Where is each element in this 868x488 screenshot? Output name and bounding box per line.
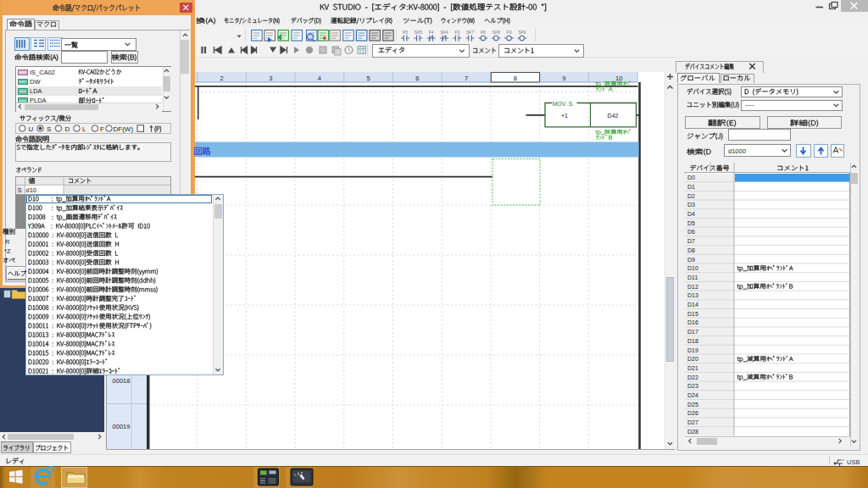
svg-text:00019: 00019 — [113, 423, 131, 430]
svg-text:5: 5 — [367, 75, 370, 82]
svg-text:DF(W): DF(W) — [114, 125, 134, 133]
svg-text:10: 10 — [615, 75, 622, 82]
svg-text:F8: F8 — [481, 30, 486, 35]
svg-text:F4: F4 — [429, 30, 434, 35]
svg-text:D26: D26 — [687, 410, 698, 416]
svg-text:USB: USB — [847, 458, 860, 466]
svg-text:D28: D28 — [687, 429, 698, 435]
svg-text:D20: D20 — [687, 356, 698, 362]
svg-text:L: L — [82, 125, 86, 133]
svg-text:SF5: SF5 — [415, 30, 422, 35]
svg-text:D2: D2 — [687, 193, 695, 199]
svg-text:D7: D7 — [687, 238, 695, 244]
svg-text:D12: D12 — [687, 284, 698, 290]
svg-text:8: 8 — [514, 75, 517, 82]
svg-text:F9: F9 — [507, 30, 512, 35]
svg-text:SF4: SF4 — [440, 30, 448, 35]
svg-text:D24: D24 — [687, 392, 698, 398]
svg-text:+1: +1 — [561, 113, 568, 119]
svg-text:6: 6 — [415, 75, 419, 82]
svg-text:LDA: LDA — [30, 87, 42, 95]
svg-text:MOV. S: MOV. S — [553, 101, 573, 107]
svg-text:4: 4 — [318, 75, 321, 82]
svg-text:PLDA: PLDA — [30, 97, 47, 104]
svg-text:d10: d10 — [26, 186, 37, 194]
svg-text:3: 3 — [269, 75, 272, 82]
svg-text:D10: D10 — [687, 265, 698, 271]
svg-text:D: D — [65, 125, 70, 133]
svg-text:D19: D19 — [687, 347, 698, 353]
svg-text:SF8: SF8 — [492, 30, 500, 35]
svg-text:D6: D6 — [687, 229, 695, 235]
svg-text:D4: D4 — [687, 211, 695, 217]
svg-text:2: 2 — [220, 75, 223, 82]
svg-text:7: 7 — [465, 75, 468, 82]
svg-text:D27: D27 — [687, 419, 698, 425]
svg-text:IS_CA02: IS_CA02 — [30, 69, 55, 76]
svg-text:D8: D8 — [687, 247, 695, 253]
svg-text:D11: D11 — [687, 274, 698, 280]
svg-text:D15: D15 — [687, 311, 698, 317]
svg-text:F3: F3 — [454, 30, 459, 35]
svg-text:D5: D5 — [687, 220, 695, 226]
svg-text:D14: D14 — [687, 302, 698, 308]
svg-text:D18: D18 — [687, 338, 698, 344]
svg-text:S: S — [47, 125, 51, 133]
svg-text:00018: 00018 — [113, 377, 131, 385]
svg-text:d1000: d1000 — [728, 147, 746, 155]
svg-text:*Z: *Z — [4, 247, 11, 255]
svg-text:SF7: SF7 — [466, 30, 474, 35]
svg-text:D16: D16 — [687, 319, 698, 325]
svg-text:D13: D13 — [687, 292, 698, 298]
svg-text:SF9: SF9 — [518, 30, 526, 35]
svg-text:D9: D9 — [687, 257, 695, 263]
svg-text:D23: D23 — [687, 383, 698, 389]
svg-text:D42: D42 — [608, 113, 619, 119]
svg-text:D25: D25 — [687, 402, 698, 408]
svg-text:----: ---- — [745, 101, 754, 108]
svg-text:D22: D22 — [687, 374, 698, 380]
svg-text:S: S — [18, 186, 22, 194]
svg-text:D1: D1 — [687, 184, 695, 190]
svg-text:D17: D17 — [687, 329, 698, 335]
svg-text:U: U — [29, 125, 34, 133]
svg-text:F: F — [100, 125, 104, 133]
svg-text:D3: D3 — [687, 202, 695, 208]
svg-text:D0: D0 — [687, 175, 695, 180]
svg-text:DW: DW — [30, 78, 41, 86]
svg-text:F5: F5 — [403, 30, 408, 35]
svg-text:R: R — [5, 238, 10, 246]
svg-text:D21: D21 — [687, 365, 698, 371]
svg-text:9: 9 — [562, 75, 565, 82]
